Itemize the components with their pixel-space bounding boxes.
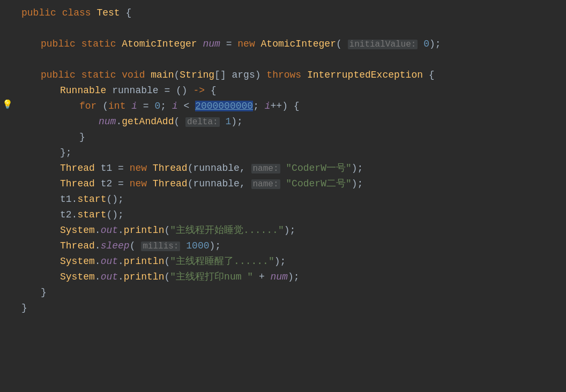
- token-punc: }: [41, 287, 47, 298]
- lightbulb-icon[interactable]: 💡: [2, 99, 13, 112]
- token-punc: ++) {: [271, 101, 300, 111]
- code-line: [0, 52, 566, 67]
- token-type-class: Thread: [153, 163, 188, 174]
- token-punc: );: [274, 256, 286, 267]
- code-content: }: [16, 130, 85, 145]
- code-line: public static void main(String[] args) t…: [0, 67, 566, 83]
- token-punc: .: [95, 272, 101, 282]
- gutter: 💡: [0, 99, 15, 112]
- code-content: t2.start();: [16, 207, 124, 223]
- token-str: "CoderW二号": [280, 178, 352, 189]
- token-num: 1: [225, 116, 231, 127]
- token-type-class: System: [60, 256, 95, 267]
- token-punc: ): [255, 70, 267, 80]
- token-punc: ();: [106, 209, 123, 220]
- token-kw: public: [21, 7, 62, 18]
- token-punc: (: [164, 225, 170, 236]
- token-punc: (runnable,: [188, 178, 251, 189]
- token-punc: );: [288, 272, 300, 282]
- token-punc: =: [137, 101, 154, 111]
- token-method: println: [124, 272, 165, 282]
- token-punc: );: [210, 240, 221, 251]
- token-type-class: String: [180, 70, 214, 80]
- token-kw: int: [108, 101, 131, 111]
- token-var-italic: i: [172, 101, 178, 111]
- token-punc: <: [178, 101, 195, 111]
- token-kw: new: [130, 163, 153, 174]
- token-str: "主线程开始睡觉......": [170, 225, 284, 236]
- token-punc: ;: [160, 101, 172, 111]
- token-punc: (: [174, 116, 185, 127]
- token-punc: [220, 116, 226, 127]
- token-method: println: [124, 256, 165, 267]
- token-num: 1000: [186, 240, 209, 251]
- token-punc: );: [429, 39, 441, 49]
- token-type-class: Test: [96, 7, 125, 18]
- token-kw: void: [122, 70, 151, 80]
- token-punc: (): [176, 85, 193, 96]
- token-punc: =: [118, 178, 130, 189]
- token-num-highlight: 2000000000: [195, 101, 253, 111]
- token-kw: throws: [266, 70, 307, 80]
- token-method: main: [151, 70, 174, 80]
- token-var-italic: i: [131, 101, 137, 111]
- token-punc: {: [429, 70, 435, 80]
- code-line: }: [0, 300, 566, 316]
- token-var: t2: [60, 209, 72, 220]
- token-kw: static: [81, 39, 122, 49]
- token-punc: );: [284, 225, 296, 236]
- token-type-class: Thread: [60, 240, 95, 251]
- token-var-italic: num: [99, 116, 116, 127]
- code-line: public static AtomicInteger num = new At…: [0, 36, 566, 52]
- token-type-class: Thread: [60, 178, 101, 189]
- code-content: t1.start();: [16, 192, 124, 207]
- token-punc: .: [116, 116, 122, 127]
- code-content: Thread t1 = new Thread(runnable, name: "…: [16, 161, 363, 176]
- token-type-class: Runnable: [60, 85, 112, 96]
- code-content: System.out.println("主线程开始睡觉......");: [16, 223, 295, 238]
- token-punc: );: [231, 116, 243, 127]
- token-punc: .: [118, 256, 124, 267]
- token-punc: ();: [106, 194, 123, 205]
- code-line: }: [0, 285, 566, 300]
- token-var: t1: [60, 194, 72, 205]
- token-str: "主线程打印num ": [170, 272, 259, 282]
- code-content: for (int i = 0; i < 2000000000; i++) {: [16, 99, 300, 114]
- token-type-class: AtomicInteger: [261, 39, 336, 49]
- token-method: start: [77, 209, 106, 220]
- token-kw: static: [81, 70, 122, 80]
- code-line: [0, 21, 566, 36]
- code-editor: public class Test {public static AtomicI…: [0, 0, 566, 392]
- token-punc: ;: [253, 101, 265, 111]
- code-line: Runnable runnable = () -> {: [0, 83, 566, 99]
- code-content: }: [16, 285, 47, 300]
- code-line: Thread t2 = new Thread(runnable, name: "…: [0, 176, 566, 192]
- token-param-hint: millis:: [141, 242, 180, 251]
- code-line: }: [0, 130, 566, 145]
- code-line: num.getAndAdd( delta: 1);: [0, 114, 566, 130]
- token-var: args: [232, 70, 255, 80]
- token-punc: (: [102, 101, 108, 111]
- token-var: t2: [101, 178, 118, 189]
- token-kw: class: [62, 7, 97, 18]
- code-line: System.out.println("主线程睡醒了......");: [0, 254, 566, 269]
- code-line: };: [0, 145, 566, 161]
- token-type-class: AtomicInteger: [122, 39, 203, 49]
- token-var-italic: num: [203, 39, 226, 49]
- token-punc: .: [72, 209, 78, 220]
- code-line: Thread.sleep( millis: 1000);: [0, 238, 566, 254]
- code-line: System.out.println("主线程开始睡觉......");: [0, 223, 566, 238]
- token-method: start: [77, 194, 106, 205]
- token-kw: public: [41, 39, 81, 49]
- token-type-class: Thread: [153, 178, 188, 189]
- token-kw: new: [237, 39, 260, 49]
- token-num: 0: [423, 39, 429, 49]
- token-arrow: ->: [193, 85, 210, 96]
- token-punc: .: [95, 225, 101, 236]
- token-punc: =: [226, 39, 238, 49]
- code-line: t2.start();: [0, 207, 566, 223]
- code-content: public class Test {: [16, 5, 131, 21]
- token-type-class: InterruptedException: [307, 70, 429, 80]
- token-punc: .: [118, 225, 124, 236]
- token-punc: [180, 240, 186, 251]
